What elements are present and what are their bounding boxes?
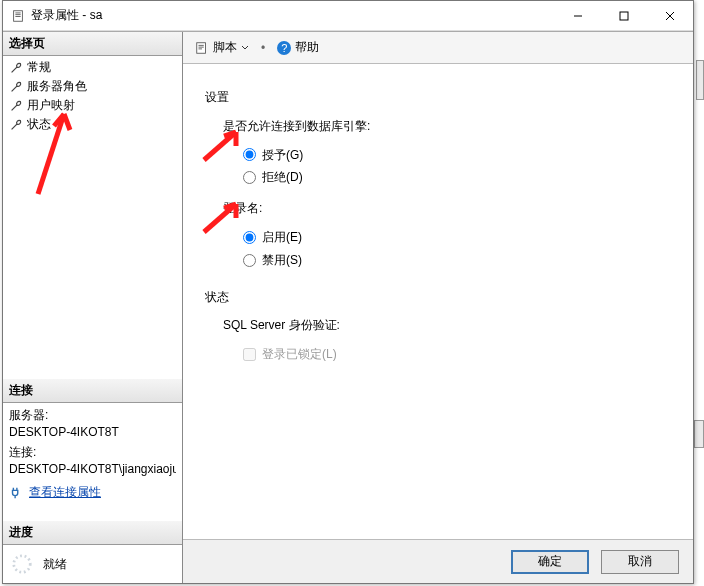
left-panel: 选择页 常规 服务器角色 用户映射 状态 [3,32,183,583]
help-icon: ? [277,41,291,55]
window-title: 登录属性 - sa [31,7,555,24]
dialog-footer: 确定 取消 [183,539,693,583]
pages-header: 选择页 [3,32,182,56]
wrench-icon [9,99,23,113]
svg-rect-5 [620,12,628,20]
page-label: 用户映射 [27,97,75,114]
svg-point-8 [14,556,31,573]
radio-grant-input[interactable] [243,148,256,161]
login-locked-row: 登录已锁定(L) [243,343,671,366]
minimize-button[interactable] [555,1,601,31]
login-label: 登录名: [223,197,671,220]
titlebar: 登录属性 - sa [3,1,693,31]
login-locked-label: 登录已锁定(L) [262,343,337,366]
wrench-icon [9,80,23,94]
page-label: 常规 [27,59,51,76]
radio-disable-input[interactable] [243,254,256,267]
ok-button[interactable]: 确定 [511,550,589,574]
sql-auth-label: SQL Server 身份验证: [223,314,671,337]
cancel-label: 取消 [628,553,652,570]
radio-enable-input[interactable] [243,231,256,244]
page-status[interactable]: 状态 [3,115,182,134]
progress-header: 进度 [3,521,182,545]
svg-rect-1 [15,12,20,13]
help-label: 帮助 [295,39,319,56]
radio-deny[interactable]: 拒绝(D) [243,166,671,189]
connection-header: 连接 [3,379,182,403]
toolbar: 脚本 • ? 帮助 [183,32,693,64]
connection-info: 服务器: DESKTOP-4IKOT8T 连接: DESKTOP-4IKOT8T… [3,403,182,482]
right-panel: 脚本 • ? 帮助 设置 是否允许连接到数据库引擎: 授予(G) [183,32,693,583]
view-conn-link[interactable]: 查看连接属性 [29,484,101,501]
radio-enable-label: 启用(E) [262,226,302,249]
radio-disable-label: 禁用(S) [262,249,302,272]
server-value: DESKTOP-4IKOT8T [9,424,176,441]
toolbar-separator: • [261,41,265,55]
app-icon [11,9,25,23]
progress-status: 就绪 [43,556,67,573]
progress-icon [11,553,33,575]
wrench-icon [9,118,23,132]
svg-rect-9 [197,42,206,53]
page-label: 状态 [27,116,51,133]
plug-icon [9,486,23,500]
pages-list: 常规 服务器角色 用户映射 状态 [3,56,182,136]
svg-rect-2 [15,14,20,15]
page-server-roles[interactable]: 服务器角色 [3,77,182,96]
script-label: 脚本 [213,39,237,56]
radio-deny-label: 拒绝(D) [262,166,303,189]
login-locked-checkbox [243,348,256,361]
radio-grant[interactable]: 授予(G) [243,144,671,167]
radio-deny-input[interactable] [243,171,256,184]
script-icon [195,41,209,55]
page-general[interactable]: 常规 [3,58,182,77]
script-button[interactable]: 脚本 [191,37,253,58]
radio-enable[interactable]: 启用(E) [243,226,671,249]
radio-grant-label: 授予(G) [262,144,303,167]
ok-label: 确定 [538,553,562,570]
wrench-icon [9,61,23,75]
conn-value: DESKTOP-4IKOT8T\jiangxiaoju [9,461,176,478]
status-section-label: 状态 [205,286,671,309]
close-button[interactable] [647,1,693,31]
progress-row: 就绪 [3,545,182,583]
conn-label: 连接: [9,444,176,461]
perm-label: 是否允许连接到数据库引擎: [223,115,671,138]
page-user-mapping[interactable]: 用户映射 [3,96,182,115]
help-button[interactable]: ? 帮助 [273,37,323,58]
settings-area: 设置 是否允许连接到数据库引擎: 授予(G) 拒绝(D) 登录名: 启用(E) [183,64,693,388]
page-label: 服务器角色 [27,78,87,95]
maximize-button[interactable] [601,1,647,31]
dialog-window: 登录属性 - sa 选择页 常规 服务器角色 用户映射 [2,0,694,584]
radio-disable[interactable]: 禁用(S) [243,249,671,272]
svg-rect-3 [15,16,20,17]
view-connection-properties[interactable]: 查看连接属性 [3,482,182,503]
server-label: 服务器: [9,407,176,424]
cancel-button[interactable]: 取消 [601,550,679,574]
chevron-down-icon [241,44,249,52]
settings-section-label: 设置 [205,86,671,109]
